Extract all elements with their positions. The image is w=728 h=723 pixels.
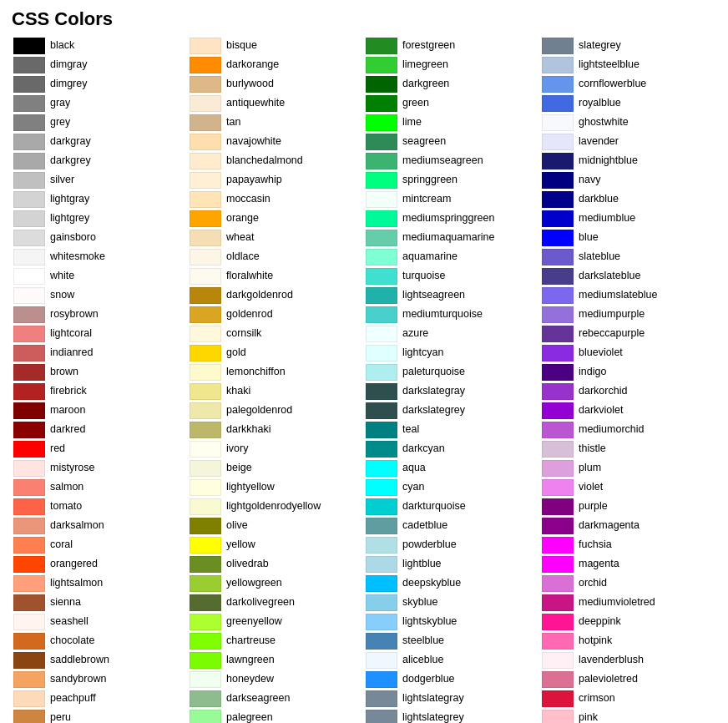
color-name-label: white: [50, 269, 74, 284]
color-item: sandybrown: [12, 670, 188, 689]
color-item: aliceblue: [364, 651, 540, 670]
color-item: darkmagenta: [540, 517, 716, 535]
color-name-label: darkorange: [226, 58, 279, 73]
color-swatch: [366, 575, 397, 592]
color-name-label: lightgray: [50, 192, 89, 207]
color-name-label: tan: [226, 115, 240, 130]
color-name-label: gray: [50, 96, 70, 111]
color-item: fuchsia: [540, 536, 716, 554]
color-name-label: mediumseagreen: [402, 154, 483, 169]
color-swatch: [190, 518, 221, 534]
color-swatch: [13, 230, 45, 246]
color-swatch: [542, 172, 574, 189]
page-title: CSS Colors: [12, 8, 716, 30]
color-swatch: [542, 345, 574, 362]
color-name-label: mediumaquamarine: [402, 230, 494, 245]
color-swatch: [542, 652, 574, 669]
color-swatch: [13, 671, 45, 688]
color-swatch: [542, 153, 574, 169]
color-name-label: blanchedalmond: [226, 154, 303, 169]
color-item: darkorchid: [540, 382, 716, 401]
color-item: mediumaquamarine: [364, 229, 540, 247]
color-name-label: sienna: [50, 595, 81, 610]
color-name-label: orange: [226, 211, 259, 226]
color-item: darkturquoise: [364, 498, 540, 516]
color-item: steelblue: [364, 632, 540, 650]
color-item: palevioletred: [540, 670, 716, 689]
color-item: cornsilk: [188, 325, 364, 343]
color-swatch: [13, 710, 45, 723]
color-name-label: lightsteelblue: [579, 58, 640, 73]
color-name-label: yellow: [226, 538, 255, 553]
color-item: darkred: [12, 421, 188, 439]
color-name-label: cadetblue: [402, 518, 447, 533]
color-swatch: [366, 134, 397, 150]
color-name-label: dimgray: [50, 58, 87, 73]
color-item: palegoldenrod: [188, 402, 364, 420]
color-swatch: [190, 287, 221, 304]
color-swatch: [366, 306, 397, 323]
color-item: seashell: [12, 613, 188, 631]
color-swatch: [542, 402, 574, 419]
color-swatch: [190, 134, 221, 150]
color-swatch: [13, 652, 45, 669]
color-name-label: cornflowerblue: [579, 77, 646, 92]
color-swatch: [190, 614, 221, 630]
color-name-label: oldlace: [226, 250, 260, 265]
color-item: lemonchiffon: [188, 363, 364, 382]
color-swatch: [542, 38, 574, 54]
color-name-label: lightgrey: [50, 211, 89, 226]
color-name-label: peru: [50, 710, 71, 723]
color-item: darkorange: [188, 56, 364, 74]
color-item: turquoise: [364, 267, 540, 286]
color-swatch: [190, 345, 221, 362]
color-name-label: purple: [579, 499, 608, 514]
color-swatch: [366, 76, 397, 93]
color-swatch: [366, 383, 397, 400]
color-name-label: antiquewhite: [226, 96, 285, 111]
color-name-label: lightslategrey: [402, 710, 464, 723]
color-column-2: forestgreenlimegreendarkgreengreenlimese…: [364, 37, 540, 723]
color-item: yellow: [188, 536, 364, 554]
color-name-label: seashell: [50, 614, 88, 629]
color-name-label: ghostwhite: [579, 115, 629, 130]
color-column-0: blackdimgraydimgreygraygreydarkgraydarkg…: [12, 37, 188, 723]
color-item: indianred: [12, 344, 188, 362]
color-name-label: rebeccapurple: [579, 326, 645, 341]
color-swatch: [366, 364, 397, 381]
color-item: orange: [188, 210, 364, 228]
color-name-label: lemonchiffon: [226, 365, 286, 380]
color-name-label: tomato: [50, 499, 82, 514]
color-name-label: lightskyblue: [402, 614, 457, 629]
color-swatch: [542, 518, 574, 534]
color-item: antiquewhite: [188, 94, 364, 113]
color-name-label: orangered: [50, 557, 98, 572]
color-name-label: lawngreen: [226, 653, 275, 668]
color-swatch: [366, 441, 397, 458]
color-item: lightsteelblue: [540, 56, 716, 74]
color-item: gray: [12, 94, 188, 113]
color-item: lawngreen: [188, 651, 364, 670]
color-swatch: [366, 57, 397, 73]
color-name-label: papayawhip: [226, 173, 282, 188]
color-item: aquamarine: [364, 248, 540, 266]
color-swatch: [13, 191, 45, 208]
color-name-label: mediumpurple: [579, 307, 645, 322]
color-item: mediumvioletred: [540, 594, 716, 612]
color-item: snow: [12, 286, 188, 305]
color-item: burlywood: [188, 75, 364, 94]
color-name-label: lightseagreen: [402, 288, 465, 303]
color-name-label: darksalmon: [50, 518, 104, 533]
color-swatch: [542, 76, 574, 93]
color-item: darksalmon: [12, 517, 188, 535]
color-item: darkslateblue: [540, 267, 716, 286]
color-item: peru: [12, 709, 188, 723]
color-item: lime: [364, 114, 540, 132]
color-swatch: [190, 383, 221, 400]
color-swatch: [542, 537, 574, 554]
color-swatch: [13, 556, 45, 573]
color-item: limegreen: [364, 56, 540, 74]
color-swatch: [366, 268, 397, 285]
color-item: forestgreen: [364, 37, 540, 55]
color-name-label: palevioletred: [579, 672, 638, 687]
